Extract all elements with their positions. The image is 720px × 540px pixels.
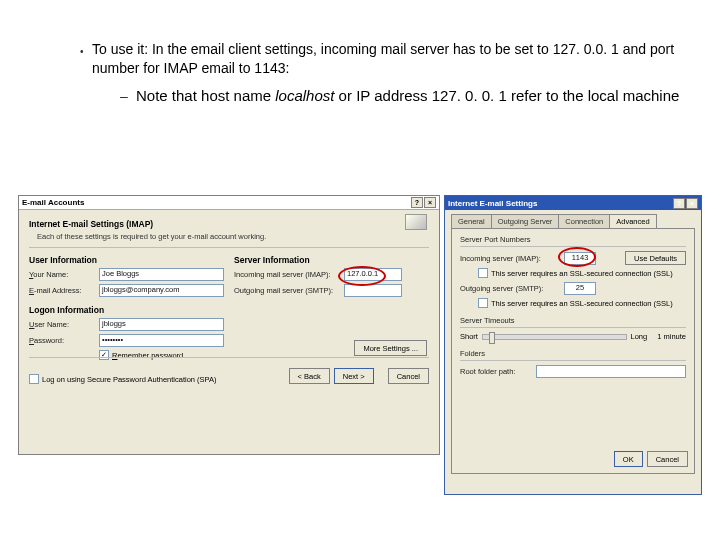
close-button-2[interactable]: × [686, 198, 698, 209]
ssl-out-checkbox[interactable] [478, 298, 488, 308]
tab-outgoing[interactable]: Outgoing Server [491, 214, 560, 228]
bullet-row: • To use it: In the email client setting… [80, 40, 684, 78]
username-label: User Name: [29, 320, 99, 329]
password-input[interactable]: •••••••• [99, 334, 224, 347]
user-info-head: User Information [29, 255, 224, 265]
dialog2-titlebar: Internet E-mail Settings ? × [445, 196, 701, 210]
internet-email-settings-dialog: Internet E-mail Settings ? × General Out… [444, 195, 702, 495]
cancel-button-2[interactable]: Cancel [647, 451, 688, 467]
email-input[interactable]: jbloggs@company.com [99, 284, 224, 297]
timeout-slider[interactable] [482, 334, 627, 340]
logon-info-head: Logon Information [29, 305, 224, 315]
timeout-long-label: Long [631, 332, 648, 341]
sub-bullet-row: – Note that host name localhost or IP ad… [120, 86, 684, 106]
timeout-short-label: Short [460, 332, 478, 341]
bullet-marker: • [80, 46, 92, 57]
remember-password-label: Remember password [112, 351, 183, 360]
cancel-button[interactable]: Cancel [388, 368, 429, 384]
sub-bullet-text: Note that host name localhost or IP addr… [136, 86, 679, 106]
use-defaults-button[interactable]: Use Defaults [625, 251, 686, 265]
incoming-port-input[interactable]: 1143 [564, 252, 596, 265]
tab-advanced[interactable]: Advanced [609, 214, 656, 228]
back-button[interactable]: < Back [289, 368, 330, 384]
outgoing-port-label: Outgoing server (SMTP): [460, 284, 564, 293]
dialog-area: E-mail Accounts ? × Internet E-mail Sett… [18, 195, 702, 495]
dialog1-title: E-mail Accounts [22, 198, 84, 207]
slide-text: • To use it: In the email client setting… [0, 0, 720, 118]
ports-group-title: Server Port Numbers [460, 235, 686, 244]
dialog2-title: Internet E-mail Settings [448, 199, 537, 208]
spa-checkbox[interactable] [29, 374, 39, 384]
your-name-label: Your Name: [29, 270, 99, 279]
timeout-value: 1 minute [657, 332, 686, 341]
timeouts-group-title: Server Timeouts [460, 316, 686, 325]
wizard-icon [405, 214, 427, 230]
divider-bottom [29, 357, 429, 358]
divider [29, 247, 429, 248]
sub-text-suffix: or IP address 127. 0. 0. 1 refer to the … [334, 87, 679, 104]
ssl-in-checkbox[interactable] [478, 268, 488, 278]
more-settings-button[interactable]: More Settings ... [354, 340, 427, 356]
advanced-panel: Server Port Numbers Incoming server (IMA… [451, 228, 695, 474]
tabs: General Outgoing Server Connection Advan… [445, 210, 701, 228]
folders-group-title: Folders [460, 349, 686, 358]
tab-connection[interactable]: Connection [558, 214, 610, 228]
ssl-in-label: This server requires an SSL-secured conn… [491, 269, 673, 278]
sub-text-prefix: Note that host name [136, 87, 275, 104]
sub-bullet-marker: – [120, 88, 136, 104]
help-button[interactable]: ? [411, 197, 423, 208]
sub-text-localhost: localhost [275, 87, 334, 104]
incoming-server-input[interactable]: 127.0.0.1 [344, 268, 402, 281]
imap-desc: Each of these settings is required to ge… [37, 232, 429, 241]
help-button-2[interactable]: ? [673, 198, 685, 209]
imap-heading: Internet E-mail Settings (IMAP) [29, 219, 429, 229]
root-folder-label: Root folder path: [460, 367, 536, 376]
tab-general[interactable]: General [451, 214, 492, 228]
email-accounts-dialog: E-mail Accounts ? × Internet E-mail Sett… [18, 195, 440, 455]
spa-label: Log on using Secure Password Authenticat… [42, 375, 217, 384]
ssl-out-label: This server requires an SSL-secured conn… [491, 299, 673, 308]
next-button[interactable]: Next > [334, 368, 374, 384]
dialog1-body: Internet E-mail Settings (IMAP) Each of … [19, 210, 439, 392]
dialog1-titlebar: E-mail Accounts ? × [19, 196, 439, 210]
username-input[interactable]: jbloggs [99, 318, 224, 331]
root-folder-input[interactable] [536, 365, 686, 378]
server-info-head: Server Information [234, 255, 429, 265]
close-button[interactable]: × [424, 197, 436, 208]
outgoing-label: Outgoing mail server (SMTP): [234, 286, 344, 295]
outgoing-server-input[interactable] [344, 284, 402, 297]
remember-password-checkbox[interactable]: ✓ [99, 350, 109, 360]
ok-button[interactable]: OK [614, 451, 643, 467]
wizard-buttons: < Back Next > Cancel [289, 368, 429, 384]
slider-thumb[interactable] [489, 332, 495, 344]
outgoing-port-input[interactable]: 25 [564, 282, 596, 295]
incoming-label: Incoming mail server (IMAP): [234, 270, 344, 279]
your-name-input[interactable]: Joe Bloggs [99, 268, 224, 281]
incoming-port-label: Incoming server (IMAP): [460, 254, 564, 263]
bullet-text: To use it: In the email client settings,… [92, 40, 684, 78]
email-label: E-mail Address: [29, 286, 99, 295]
password-label: Password: [29, 336, 99, 345]
